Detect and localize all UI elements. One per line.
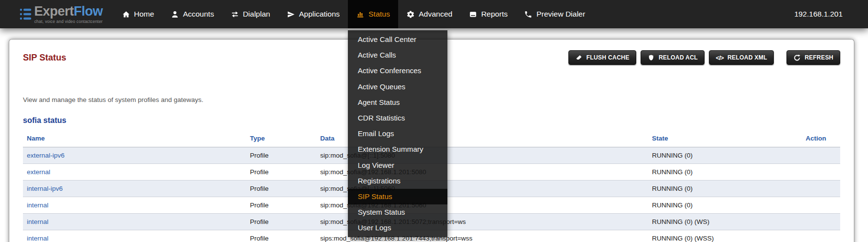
paper-plane-icon — [287, 10, 295, 19]
hdd-icon — [469, 10, 477, 19]
col-header-name: Name — [23, 135, 246, 147]
nav-item-home[interactable]: Home — [114, 0, 162, 28]
profile-name-link[interactable]: internal — [27, 235, 48, 242]
profile-name-link[interactable]: internal-ipv6 — [27, 185, 63, 192]
profile-type-cell: Profile — [246, 181, 316, 197]
nav-item-preview-dialer[interactable]: Preview Dialer — [516, 0, 593, 28]
logo-list-icon — [20, 7, 32, 21]
status-menu-item-active[interactable]: SIP Status — [348, 189, 447, 204]
status-menu-item[interactable]: Agent Status — [348, 95, 447, 110]
phone-icon — [524, 10, 532, 19]
profile-action-cell — [802, 164, 840, 181]
profile-state-cell: RUNNING (0) — [648, 181, 802, 197]
server-ip: 192.168.1.201 — [794, 10, 843, 19]
profile-type-cell: Profile — [246, 230, 316, 242]
logo-wordmark: ExpertFlow — [34, 5, 103, 18]
status-menu-item[interactable]: CDR Statistics — [348, 110, 447, 126]
nav-item-label: Status — [368, 10, 390, 19]
nav-item-label: Dialplan — [243, 10, 270, 19]
profile-action-cell — [802, 181, 840, 197]
status-menu-item[interactable]: System Status — [348, 204, 447, 220]
status-menu-item[interactable]: Active Call Center — [348, 32, 447, 47]
profile-state-cell: RUNNING (0) — [648, 197, 802, 214]
refresh-icon — [793, 54, 801, 61]
profile-action-cell — [802, 197, 840, 214]
expertflow-logo[interactable]: ExpertFlow chat, voice and video contact… — [20, 5, 103, 24]
nav-item-applications[interactable]: Applications — [279, 0, 348, 28]
status-menu-item[interactable]: Active Conferences — [348, 63, 447, 79]
flush-cache-button[interactable]: FLUSH CACHE — [568, 50, 636, 65]
profile-name-link[interactable]: internal — [27, 202, 48, 209]
main-nav: Home Accounts Dialplan Applications Stat… — [114, 0, 594, 28]
toolbar: FLUSH CACHE RELOAD ACL </> RELOAD XML RE… — [564, 50, 840, 65]
reload-acl-button[interactable]: RELOAD ACL — [641, 50, 705, 65]
status-menu-item[interactable]: Active Calls — [348, 47, 447, 63]
button-label: REFRESH — [805, 54, 833, 61]
nav-item-label: Applications — [299, 10, 340, 19]
col-header-state: State — [648, 135, 802, 147]
nav-item-reports[interactable]: Reports — [461, 0, 516, 28]
profile-type-cell: Profile — [246, 147, 316, 164]
button-label: RELOAD XML — [727, 54, 767, 61]
profile-name-link[interactable]: internal — [27, 218, 48, 225]
status-menu-item[interactable]: User Logs — [348, 220, 447, 236]
profile-name-link[interactable]: external-ipv6 — [27, 152, 64, 159]
status-dropdown-menu: Active Call CenterActive CallsActive Con… — [348, 30, 447, 237]
nav-item-advanced[interactable]: Advanced — [398, 0, 461, 28]
profile-action-cell — [802, 230, 840, 242]
col-header-type: Type — [246, 135, 316, 147]
status-menu-item[interactable]: Active Queues — [348, 79, 447, 95]
status-menu-item[interactable]: Registrations — [348, 173, 447, 189]
nav-item-label: Accounts — [183, 10, 214, 19]
col-header-action: Action — [802, 135, 840, 147]
reload-xml-button[interactable]: </> RELOAD XML — [709, 50, 774, 65]
home-icon — [122, 10, 130, 19]
gear-icon — [406, 10, 415, 19]
top-navbar: ExpertFlow chat, voice and video contact… — [0, 0, 868, 28]
profile-state-cell: RUNNING (0) (WS) — [648, 214, 802, 230]
button-label: RELOAD ACL — [659, 54, 698, 61]
profile-action-cell — [802, 147, 840, 164]
nav-item-label: Reports — [481, 10, 507, 19]
status-menu-item[interactable]: Log Viewer — [348, 158, 447, 173]
logo-expert: Expert — [34, 4, 74, 19]
logo-flow: Flow — [74, 4, 103, 19]
user-icon — [171, 10, 179, 19]
nav-item-label: Home — [134, 10, 154, 19]
status-menu-item[interactable]: Extension Summary — [348, 141, 447, 157]
logo-text: ExpertFlow chat, voice and video contact… — [34, 5, 103, 24]
page-title: SIP Status — [23, 53, 66, 63]
profile-state-cell: RUNNING (0) — [648, 147, 802, 164]
profile-type-cell: Profile — [246, 214, 316, 230]
profile-name-link[interactable]: external — [27, 168, 50, 176]
status-menu-item[interactable]: Email Logs — [348, 126, 447, 141]
profile-state-cell: RUNNING (0) (WSS) — [648, 230, 802, 242]
bar-chart-icon — [356, 10, 364, 19]
profile-action-cell — [802, 214, 840, 230]
refresh-button[interactable]: REFRESH — [787, 50, 840, 65]
button-label: FLUSH CACHE — [586, 54, 629, 61]
nav-item-dialplan[interactable]: Dialplan — [222, 0, 279, 28]
profile-state-cell: RUNNING (0) — [648, 164, 802, 181]
swap-arrows-icon — [231, 10, 239, 19]
logo-tagline: chat, voice and video contactcenter — [34, 20, 103, 24]
nav-item-accounts[interactable]: Accounts — [162, 0, 222, 28]
eraser-icon — [575, 54, 583, 61]
profile-type-cell: Profile — [246, 164, 316, 181]
shield-icon — [647, 54, 655, 61]
nav-item-label: Advanced — [419, 10, 452, 19]
profile-type-cell: Profile — [246, 197, 316, 214]
code-icon: </> — [716, 54, 724, 61]
nav-item-label: Preview Dialer — [536, 10, 585, 19]
nav-item-status[interactable]: Status Active Call CenterActive CallsAct… — [348, 0, 398, 28]
